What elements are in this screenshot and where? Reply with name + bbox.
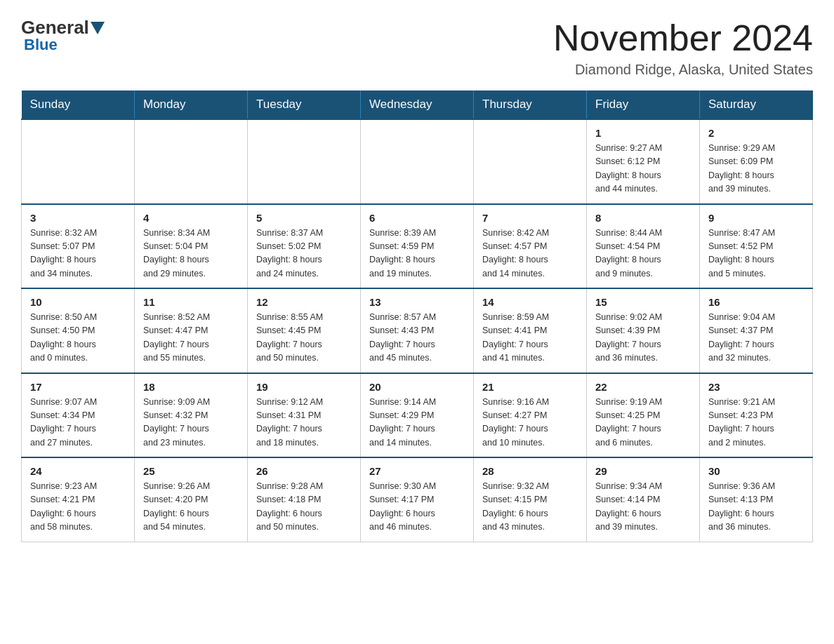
calendar-cell: 24Sunrise: 9:23 AMSunset: 4:21 PMDayligh… bbox=[22, 457, 135, 542]
day-info: Sunrise: 9:23 AMSunset: 4:21 PMDaylight:… bbox=[30, 480, 126, 535]
day-number: 29 bbox=[595, 465, 691, 477]
day-number: 22 bbox=[595, 381, 691, 393]
day-info: Sunrise: 9:29 AMSunset: 6:09 PMDaylight:… bbox=[708, 142, 804, 196]
calendar-week-row: 1Sunrise: 9:27 AMSunset: 6:12 PMDaylight… bbox=[22, 119, 813, 204]
day-info: Sunrise: 9:19 AMSunset: 4:25 PMDaylight:… bbox=[595, 396, 691, 450]
day-number: 14 bbox=[482, 296, 578, 308]
day-info: Sunrise: 9:21 AMSunset: 4:23 PMDaylight:… bbox=[708, 396, 804, 450]
calendar-cell: 10Sunrise: 8:50 AMSunset: 4:50 PMDayligh… bbox=[22, 288, 135, 373]
day-number: 9 bbox=[708, 212, 804, 224]
day-number: 20 bbox=[369, 381, 465, 393]
col-header-sunday: Sunday bbox=[22, 90, 135, 119]
calendar-cell: 21Sunrise: 9:16 AMSunset: 4:27 PMDayligh… bbox=[474, 373, 587, 458]
day-number: 25 bbox=[143, 465, 239, 477]
day-info: Sunrise: 8:50 AMSunset: 4:50 PMDaylight:… bbox=[30, 311, 126, 365]
day-info: Sunrise: 8:59 AMSunset: 4:41 PMDaylight:… bbox=[482, 311, 578, 365]
day-number: 24 bbox=[30, 465, 126, 477]
calendar-cell: 5Sunrise: 8:37 AMSunset: 5:02 PMDaylight… bbox=[248, 204, 361, 289]
calendar-cell: 12Sunrise: 8:55 AMSunset: 4:45 PMDayligh… bbox=[248, 288, 361, 373]
day-info: Sunrise: 9:02 AMSunset: 4:39 PMDaylight:… bbox=[595, 311, 691, 365]
day-number: 10 bbox=[30, 296, 126, 308]
calendar-cell: 4Sunrise: 8:34 AMSunset: 5:04 PMDaylight… bbox=[135, 204, 248, 289]
title-block: November 2024 Diamond Ridge, Alaska, Uni… bbox=[553, 17, 813, 78]
day-number: 26 bbox=[256, 465, 352, 477]
day-number: 13 bbox=[369, 296, 465, 308]
calendar-week-row: 17Sunrise: 9:07 AMSunset: 4:34 PMDayligh… bbox=[22, 373, 813, 458]
day-info: Sunrise: 9:04 AMSunset: 4:37 PMDaylight:… bbox=[708, 311, 804, 365]
day-number: 28 bbox=[482, 465, 578, 477]
day-number: 3 bbox=[30, 212, 126, 224]
calendar-cell: 9Sunrise: 8:47 AMSunset: 4:52 PMDaylight… bbox=[700, 204, 813, 289]
calendar-cell: 29Sunrise: 9:34 AMSunset: 4:14 PMDayligh… bbox=[587, 457, 700, 542]
col-header-friday: Friday bbox=[587, 90, 700, 119]
day-info: Sunrise: 9:32 AMSunset: 4:15 PMDaylight:… bbox=[482, 480, 578, 535]
day-number: 8 bbox=[595, 212, 691, 224]
logo: General Blue bbox=[21, 17, 106, 54]
col-header-saturday: Saturday bbox=[700, 90, 813, 119]
page-header: General Blue November 2024 Diamond Ridge… bbox=[21, 17, 813, 78]
calendar-subtitle: Diamond Ridge, Alaska, United States bbox=[553, 62, 813, 78]
calendar-cell: 17Sunrise: 9:07 AMSunset: 4:34 PMDayligh… bbox=[22, 373, 135, 458]
day-number: 1 bbox=[595, 127, 691, 139]
day-info: Sunrise: 9:09 AMSunset: 4:32 PMDaylight:… bbox=[143, 396, 239, 450]
day-info: Sunrise: 9:34 AMSunset: 4:14 PMDaylight:… bbox=[595, 480, 691, 535]
calendar-cell: 30Sunrise: 9:36 AMSunset: 4:13 PMDayligh… bbox=[700, 457, 813, 542]
day-info: Sunrise: 8:39 AMSunset: 4:59 PMDaylight:… bbox=[369, 227, 465, 281]
day-info: Sunrise: 9:16 AMSunset: 4:27 PMDaylight:… bbox=[482, 396, 578, 450]
day-number: 18 bbox=[143, 381, 239, 393]
calendar-cell: 27Sunrise: 9:30 AMSunset: 4:17 PMDayligh… bbox=[361, 457, 474, 542]
calendar-cell: 22Sunrise: 9:19 AMSunset: 4:25 PMDayligh… bbox=[587, 373, 700, 458]
day-number: 4 bbox=[143, 212, 239, 224]
calendar-title: November 2024 bbox=[553, 17, 813, 59]
calendar-cell: 26Sunrise: 9:28 AMSunset: 4:18 PMDayligh… bbox=[248, 457, 361, 542]
calendar-cell: 8Sunrise: 8:44 AMSunset: 4:54 PMDaylight… bbox=[587, 204, 700, 289]
col-header-thursday: Thursday bbox=[474, 90, 587, 119]
day-number: 16 bbox=[708, 296, 804, 308]
day-info: Sunrise: 9:12 AMSunset: 4:31 PMDaylight:… bbox=[256, 396, 352, 450]
calendar-cell bbox=[474, 119, 587, 204]
day-number: 30 bbox=[708, 465, 804, 477]
day-number: 27 bbox=[369, 465, 465, 477]
day-info: Sunrise: 8:44 AMSunset: 4:54 PMDaylight:… bbox=[595, 227, 691, 281]
calendar-week-row: 24Sunrise: 9:23 AMSunset: 4:21 PMDayligh… bbox=[22, 457, 813, 542]
col-header-wednesday: Wednesday bbox=[361, 90, 474, 119]
calendar-cell: 20Sunrise: 9:14 AMSunset: 4:29 PMDayligh… bbox=[361, 373, 474, 458]
calendar-cell: 25Sunrise: 9:26 AMSunset: 4:20 PMDayligh… bbox=[135, 457, 248, 542]
day-number: 19 bbox=[256, 381, 352, 393]
calendar-cell: 1Sunrise: 9:27 AMSunset: 6:12 PMDaylight… bbox=[587, 119, 700, 204]
calendar-cell: 2Sunrise: 9:29 AMSunset: 6:09 PMDaylight… bbox=[700, 119, 813, 204]
logo-triangle-icon bbox=[91, 22, 105, 34]
calendar-week-row: 10Sunrise: 8:50 AMSunset: 4:50 PMDayligh… bbox=[22, 288, 813, 373]
day-number: 15 bbox=[595, 296, 691, 308]
day-info: Sunrise: 8:55 AMSunset: 4:45 PMDaylight:… bbox=[256, 311, 352, 365]
day-info: Sunrise: 9:26 AMSunset: 4:20 PMDaylight:… bbox=[143, 480, 239, 535]
day-info: Sunrise: 8:57 AMSunset: 4:43 PMDaylight:… bbox=[369, 311, 465, 365]
calendar-cell: 16Sunrise: 9:04 AMSunset: 4:37 PMDayligh… bbox=[700, 288, 813, 373]
calendar-cell: 28Sunrise: 9:32 AMSunset: 4:15 PMDayligh… bbox=[474, 457, 587, 542]
calendar-cell bbox=[248, 119, 361, 204]
calendar-cell: 15Sunrise: 9:02 AMSunset: 4:39 PMDayligh… bbox=[587, 288, 700, 373]
day-info: Sunrise: 8:34 AMSunset: 5:04 PMDaylight:… bbox=[143, 227, 239, 281]
day-info: Sunrise: 9:14 AMSunset: 4:29 PMDaylight:… bbox=[369, 396, 465, 450]
calendar-week-row: 3Sunrise: 8:32 AMSunset: 5:07 PMDaylight… bbox=[22, 204, 813, 289]
day-info: Sunrise: 9:30 AMSunset: 4:17 PMDaylight:… bbox=[369, 480, 465, 535]
day-info: Sunrise: 9:28 AMSunset: 4:18 PMDaylight:… bbox=[256, 480, 352, 535]
calendar-header-row: SundayMondayTuesdayWednesdayThursdayFrid… bbox=[22, 90, 813, 119]
day-info: Sunrise: 9:36 AMSunset: 4:13 PMDaylight:… bbox=[708, 480, 804, 535]
calendar-cell bbox=[22, 119, 135, 204]
calendar-cell bbox=[361, 119, 474, 204]
day-number: 2 bbox=[708, 127, 804, 139]
calendar-cell: 18Sunrise: 9:09 AMSunset: 4:32 PMDayligh… bbox=[135, 373, 248, 458]
day-info: Sunrise: 8:52 AMSunset: 4:47 PMDaylight:… bbox=[143, 311, 239, 365]
calendar-cell: 14Sunrise: 8:59 AMSunset: 4:41 PMDayligh… bbox=[474, 288, 587, 373]
day-number: 11 bbox=[143, 296, 239, 308]
calendar-table: SundayMondayTuesdayWednesdayThursdayFrid… bbox=[21, 90, 813, 542]
day-number: 6 bbox=[369, 212, 465, 224]
calendar-cell: 6Sunrise: 8:39 AMSunset: 4:59 PMDaylight… bbox=[361, 204, 474, 289]
calendar-cell bbox=[135, 119, 248, 204]
calendar-cell: 3Sunrise: 8:32 AMSunset: 5:07 PMDaylight… bbox=[22, 204, 135, 289]
day-info: Sunrise: 9:27 AMSunset: 6:12 PMDaylight:… bbox=[595, 142, 691, 196]
day-number: 5 bbox=[256, 212, 352, 224]
calendar-cell: 11Sunrise: 8:52 AMSunset: 4:47 PMDayligh… bbox=[135, 288, 248, 373]
day-info: Sunrise: 8:37 AMSunset: 5:02 PMDaylight:… bbox=[256, 227, 352, 281]
